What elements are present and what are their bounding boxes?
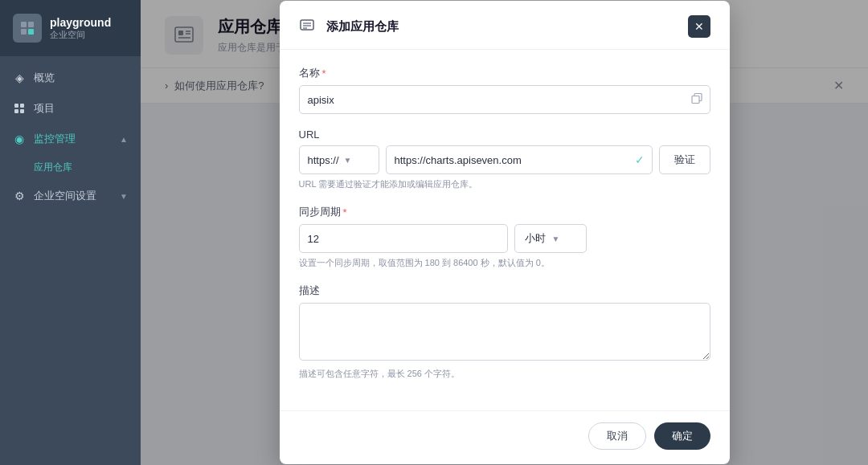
dialog-footer: 取消 确定	[280, 410, 730, 464]
desc-textarea[interactable]	[299, 303, 710, 361]
svg-rect-2	[21, 29, 27, 35]
url-hint: URL 需要通过验证才能添加或编辑应用仓库。	[299, 178, 710, 190]
sidebar-logo	[13, 14, 42, 43]
name-required-mark: *	[322, 67, 326, 80]
confirm-button[interactable]: 确定	[654, 422, 710, 450]
chevron-down-icon: ▼	[120, 192, 128, 201]
dialog-header: 添加应用仓库 ✕	[280, 1, 730, 50]
svg-rect-5	[20, 104, 24, 108]
sidebar-nav: ◈ 概览 项目 ◉ 监控管理 ▲ 应用仓库 ⚙ 企业空间设置	[0, 56, 141, 465]
dialog-title: 添加应用仓库	[326, 19, 399, 35]
url-protocol-value: https://	[308, 154, 339, 166]
url-protocol-selector[interactable]: https:// ▼	[299, 145, 379, 174]
chevron-up-icon: ▲	[120, 135, 128, 144]
desc-hint: 描述可包含任意字符，最长 256 个字符。	[299, 368, 710, 380]
sidebar-item-app-repo-label: 应用仓库	[34, 161, 72, 174]
sync-input[interactable]	[299, 224, 508, 253]
sidebar-item-app-management[interactable]: ◉ 监控管理 ▲	[0, 124, 141, 154]
sidebar-header-text: playground 企业空间	[50, 16, 111, 41]
modal-overlay: 添加应用仓库 ✕ 名称 *	[141, 0, 868, 465]
desc-field-group: 描述 描述可包含任意字符，最长 256 个字符。	[299, 283, 710, 380]
sidebar-item-enterprise-settings-label: 企业空间设置	[34, 189, 96, 203]
url-row: https:// ▼ ✓ 验证	[299, 145, 710, 174]
protocol-chevron-icon: ▼	[344, 156, 352, 165]
sync-row: 小时 ▼	[299, 224, 710, 253]
sidebar: playground 企业空间 ◈ 概览 项目 ◉ 监控管理 ▲	[0, 0, 141, 465]
name-input[interactable]	[299, 85, 710, 114]
sidebar-item-app-management-label: 监控管理	[34, 132, 76, 146]
svg-rect-3	[28, 29, 34, 35]
main-content: 应用仓库 应用仓库是用于存储应用模板的仓库。您可以添加应用仓库以创建和管理其中的…	[141, 0, 868, 465]
url-field-group: URL https:// ▼ ✓ 验证 URL 需要通过验证才能添加或编	[299, 128, 710, 190]
svg-rect-7	[20, 109, 24, 113]
svg-rect-18	[692, 96, 699, 104]
svg-rect-6	[14, 109, 18, 113]
dialog-body: 名称 *	[280, 50, 730, 410]
sync-unit-value: 小时	[525, 231, 546, 246]
svg-rect-0	[21, 22, 27, 27]
sidebar-header[interactable]: playground 企业空间	[0, 0, 141, 56]
overview-icon: ◈	[13, 71, 26, 84]
sync-label: 同步周期 *	[299, 205, 710, 219]
sidebar-item-overview-label: 概览	[34, 71, 55, 85]
name-field-group: 名称 *	[299, 66, 710, 114]
sidebar-item-enterprise-settings[interactable]: ⚙ 企业空间设置 ▼	[0, 181, 141, 211]
url-input[interactable]	[386, 145, 653, 174]
projects-icon	[13, 102, 26, 115]
sidebar-item-projects[interactable]: 项目	[0, 93, 141, 124]
sync-field-group: 同步周期 * 小时 ▼ 设置一个同步周期，取值范围为 180 到 86400 秒…	[299, 205, 710, 269]
svg-rect-4	[14, 104, 18, 108]
sync-unit-chevron-icon: ▼	[552, 235, 560, 243]
dialog-header-left: 添加应用仓库	[299, 17, 399, 36]
sidebar-app-subtitle: 企业空间	[50, 29, 111, 41]
url-label: URL	[299, 128, 710, 141]
sidebar-item-app-repo[interactable]: 应用仓库	[0, 154, 141, 181]
dialog-header-icon	[299, 17, 318, 36]
name-input-wrapper	[299, 85, 710, 114]
sidebar-item-overview[interactable]: ◈ 概览	[0, 63, 141, 93]
sync-hint: 设置一个同步周期，取值范围为 180 到 86400 秒，默认值为 0。	[299, 257, 710, 269]
copy-icon	[691, 93, 702, 107]
verify-button[interactable]: 验证	[659, 145, 710, 174]
desc-label: 描述	[299, 283, 710, 298]
sync-required-mark: *	[343, 206, 347, 218]
name-label: 名称 *	[299, 66, 710, 80]
add-repo-dialog: 添加应用仓库 ✕ 名称 *	[280, 1, 730, 464]
url-input-wrapper: ✓	[386, 145, 653, 174]
settings-icon: ⚙	[13, 190, 26, 202]
sidebar-item-projects-label: 项目	[34, 101, 55, 116]
cancel-button[interactable]: 取消	[588, 422, 646, 450]
app-management-icon: ◉	[13, 133, 26, 145]
svg-rect-1	[28, 22, 34, 27]
dialog-close-button[interactable]: ✕	[688, 15, 710, 38]
sync-unit-selector[interactable]: 小时 ▼	[514, 224, 587, 253]
sidebar-app-name: playground	[50, 16, 111, 29]
url-verified-icon: ✓	[635, 153, 645, 166]
